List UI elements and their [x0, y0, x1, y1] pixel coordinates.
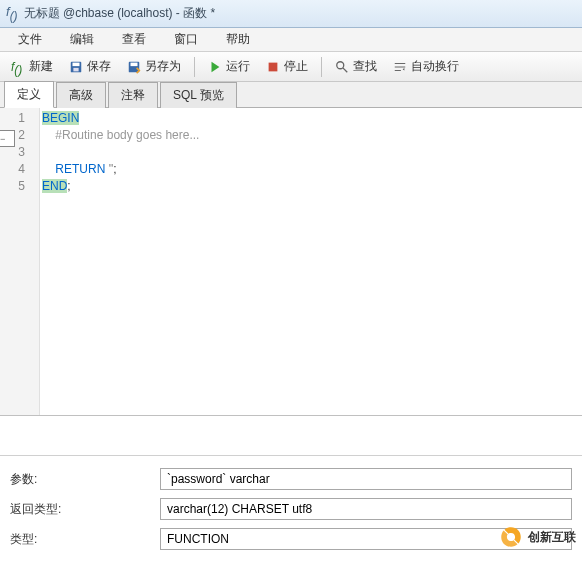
- new-button[interactable]: f() 新建: [4, 55, 60, 78]
- tab-sql-preview[interactable]: SQL 预览: [160, 82, 237, 108]
- wrap-icon: [393, 60, 407, 74]
- svg-rect-2: [73, 67, 78, 71]
- return-input[interactable]: [160, 498, 572, 520]
- stop-label: 停止: [284, 58, 308, 75]
- wrap-button[interactable]: 自动换行: [386, 55, 466, 78]
- menu-view[interactable]: 查看: [108, 29, 160, 50]
- menu-help[interactable]: 帮助: [212, 29, 264, 50]
- separator: [321, 57, 322, 77]
- return-label: 返回类型:: [10, 501, 160, 518]
- save-icon: [69, 60, 83, 74]
- find-button[interactable]: 查找: [328, 55, 384, 78]
- find-label: 查找: [353, 58, 377, 75]
- save-label: 保存: [87, 58, 111, 75]
- svg-rect-1: [73, 62, 80, 66]
- code-editor[interactable]: 1−2345 BEGIN #Routine body goes here... …: [0, 108, 582, 416]
- svg-rect-4: [131, 62, 138, 66]
- tab-advanced[interactable]: 高级: [56, 82, 106, 108]
- function-new-icon: f(): [11, 60, 25, 74]
- params-input[interactable]: [160, 468, 572, 490]
- menu-edit[interactable]: 编辑: [56, 29, 108, 50]
- prop-row-params: 参数:: [10, 464, 572, 494]
- menu-file[interactable]: 文件: [4, 29, 56, 50]
- saveas-icon: [127, 60, 141, 74]
- separator: [194, 57, 195, 77]
- run-button[interactable]: 运行: [201, 55, 257, 78]
- new-label: 新建: [29, 58, 53, 75]
- tab-comment[interactable]: 注释: [108, 82, 158, 108]
- params-label: 参数:: [10, 471, 160, 488]
- wrap-label: 自动换行: [411, 58, 459, 75]
- watermark: 创新互联: [498, 524, 576, 550]
- line-gutter: 1−2345: [0, 108, 40, 415]
- prop-row-return: 返回类型:: [10, 494, 572, 524]
- stop-button[interactable]: 停止: [259, 55, 315, 78]
- title-bar: f() 无标题 @chbase (localhost) - 函数 *: [0, 0, 582, 28]
- svg-point-6: [337, 61, 344, 68]
- stop-icon: [266, 60, 280, 74]
- spacer: [0, 416, 582, 456]
- saveas-button[interactable]: 另存为: [120, 55, 188, 78]
- type-label: 类型:: [10, 531, 160, 548]
- tool-bar: f() 新建 保存 另存为 运行 停止 查找 自动换行: [0, 52, 582, 82]
- code-area[interactable]: BEGIN #Routine body goes here... RETURN …: [40, 108, 582, 415]
- menu-window[interactable]: 窗口: [160, 29, 212, 50]
- search-icon: [335, 60, 349, 74]
- watermark-text: 创新互联: [528, 529, 576, 546]
- tab-bar: 定义 高级 注释 SQL 预览: [0, 82, 582, 108]
- svg-line-7: [343, 67, 347, 71]
- menu-bar: 文件 编辑 查看 窗口 帮助: [0, 28, 582, 52]
- play-icon: [208, 60, 222, 74]
- function-icon: f(): [6, 4, 18, 23]
- properties-panel: 参数: 返回类型: 类型:: [0, 456, 582, 558]
- window-title: 无标题 @chbase (localhost) - 函数 *: [24, 5, 216, 22]
- save-button[interactable]: 保存: [62, 55, 118, 78]
- prop-row-type: 类型:: [10, 524, 572, 554]
- svg-rect-5: [269, 62, 278, 71]
- watermark-icon: [498, 524, 524, 550]
- run-label: 运行: [226, 58, 250, 75]
- saveas-label: 另存为: [145, 58, 181, 75]
- tab-definition[interactable]: 定义: [4, 81, 54, 108]
